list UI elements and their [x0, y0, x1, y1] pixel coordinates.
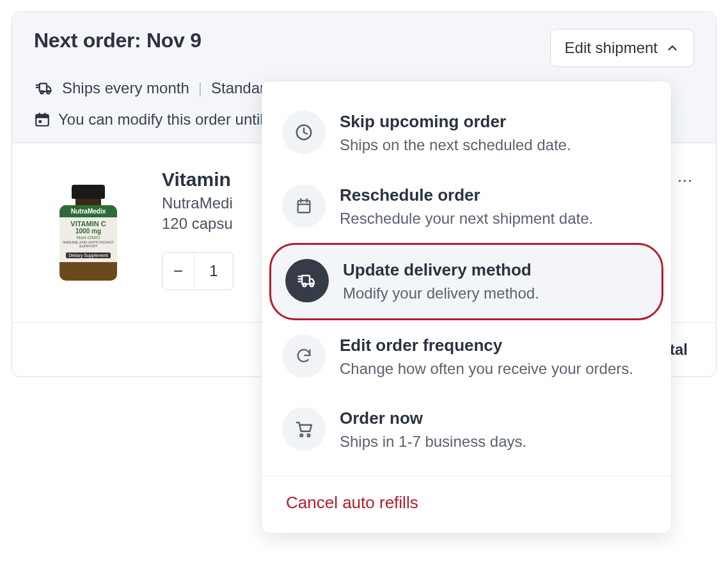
subtotal-label: tal — [670, 341, 688, 359]
product-image: NutraMedix VITAMIN C 1000 mg Non-GMO IMM… — [34, 169, 143, 297]
svg-point-14 — [303, 283, 306, 286]
svg-point-1 — [40, 91, 44, 94]
product-bottle: NutraMedix VITAMIN C 1000 mg Non-GMO IMM… — [59, 185, 117, 281]
dropdown-edit-frequency[interactable]: Edit order frequency Change how often yo… — [269, 320, 663, 394]
dropdown-item-title: Edit order frequency — [340, 336, 651, 355]
dropdown-skip-order[interactable]: Skip upcoming order Ships on the next sc… — [269, 97, 663, 170]
dropdown-item-title: Skip upcoming order — [340, 112, 651, 132]
svg-rect-13 — [302, 276, 310, 284]
svg-point-17 — [308, 435, 310, 437]
chevron-up-icon — [665, 41, 679, 55]
dropdown-item-title: Reschedule order — [340, 185, 651, 205]
cart-icon — [282, 407, 326, 451]
dropdown-reschedule-order[interactable]: Reschedule order Reschedule your next sh… — [269, 170, 663, 244]
dropdown-item-sub: Change how often you receive your orders… — [340, 358, 651, 380]
edit-shipment-label: Edit shipment — [565, 39, 658, 57]
dropdown-item-title: Update delivery method — [343, 260, 647, 280]
dropdown-update-delivery[interactable]: Update delivery method Modify your deliv… — [269, 243, 663, 320]
svg-rect-4 — [36, 114, 49, 118]
quantity-value: 1 — [194, 262, 233, 280]
calendar-icon — [282, 184, 326, 228]
dropdown-item-sub: Modify your delivery method. — [343, 283, 647, 304]
truck-icon — [285, 259, 329, 302]
clock-icon — [282, 111, 326, 154]
svg-point-15 — [310, 283, 313, 286]
dropdown-item-title: Order now — [340, 408, 651, 428]
meta-divider: | — [198, 79, 202, 97]
calendar-icon — [34, 111, 51, 128]
svg-rect-7 — [39, 120, 42, 123]
bottle-brand: NutraMedix — [59, 205, 117, 217]
quantity-decrease-button[interactable]: − — [162, 253, 194, 290]
dropdown-item-sub: Ships on the next scheduled date. — [340, 134, 651, 156]
edit-shipment-button[interactable]: Edit shipment — [550, 29, 694, 67]
dropdown-item-sub: Ships in 1-7 business days. — [340, 431, 651, 453]
svg-rect-9 — [298, 200, 310, 212]
quantity-stepper: − 1 — [162, 252, 233, 290]
dropdown-item-sub: Reschedule your next shipment date. — [340, 208, 651, 229]
refresh-icon — [282, 334, 326, 378]
edit-shipment-dropdown: Skip upcoming order Ships on the next sc… — [262, 81, 671, 533]
cancel-auto-refills-link[interactable]: Cancel auto refills — [269, 476, 663, 529]
dropdown-order-now[interactable]: Order now Ships in 1-7 business days. — [269, 393, 663, 467]
svg-rect-5 — [39, 113, 40, 116]
modify-deadline-text: You can modify this order until 1 — [58, 111, 276, 128]
svg-point-16 — [300, 435, 303, 437]
ships-frequency-text: Ships every month — [62, 79, 189, 97]
product-more-button[interactable]: ⋮ — [672, 169, 698, 194]
svg-rect-0 — [40, 84, 47, 92]
svg-point-2 — [47, 91, 50, 94]
svg-rect-6 — [44, 113, 45, 116]
next-order-title: Next order: Nov 9 — [34, 29, 202, 52]
order-card: Next order: Nov 9 Edit shipment Ships ev… — [12, 12, 716, 377]
truck-icon — [34, 79, 53, 98]
